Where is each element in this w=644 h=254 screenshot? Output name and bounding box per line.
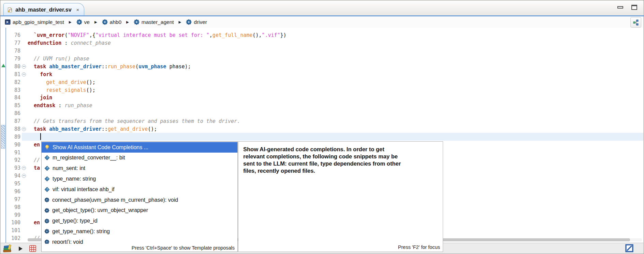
tab-bar: v ahb_master_driver.sv ×	[1, 1, 643, 16]
breadcrumb-item-driver[interactable]: driver	[186, 19, 207, 25]
library-icon[interactable]	[3, 244, 12, 253]
text-cursor	[40, 133, 41, 140]
breadcrumb-item-apb_gpio_simple_test[interactable]: apb_gpio_simple_test	[5, 19, 64, 25]
line-number: 86	[7, 110, 22, 116]
code-line[interactable]: 88 task ahb_master_driver::get_and_drive…	[1, 125, 643, 133]
code-line[interactable]: 83 reset_signals();	[1, 86, 643, 94]
line-number: 77	[7, 40, 22, 46]
grid-icon[interactable]	[29, 245, 36, 252]
completion-item-selected[interactable]: Show AI Assistant Code Completions ...	[42, 142, 237, 153]
completion-item[interactable]: get_object_type(): uvm_object_wrapper	[42, 205, 237, 216]
uvm-component-icon	[102, 19, 108, 25]
code-text: endtask : run_phase	[28, 102, 643, 109]
line-number: 97	[7, 196, 22, 202]
lightbulb-icon	[44, 144, 50, 150]
line-number: 99	[7, 212, 22, 218]
completion-item[interactable]: get_type(): type_id	[42, 216, 237, 226]
code-line[interactable]: 78	[1, 47, 643, 55]
line-number: 78	[7, 48, 22, 54]
line-number: 95	[7, 181, 22, 187]
code-text: join	[28, 95, 643, 101]
code-line[interactable]: 86	[1, 110, 643, 117]
completion-label: num_sent: int	[53, 165, 85, 171]
minimize-icon[interactable]	[617, 6, 623, 9]
field-icon	[44, 166, 50, 171]
completion-item[interactable]: num_sent: int	[42, 163, 237, 174]
project-icon	[5, 19, 11, 25]
fold-collapse-icon[interactable]	[22, 72, 26, 76]
completion-label: get_type_name(): string	[52, 228, 110, 235]
show-hierarchy-button[interactable]	[630, 17, 641, 28]
breadcrumb-item-ahb0[interactable]: ahb0	[102, 19, 121, 25]
completion-label: type_name: string	[53, 176, 96, 182]
code-completion-popup: Show AI Assistant Code Completions ... m…	[41, 141, 238, 252]
close-icon[interactable]: ×	[76, 7, 79, 13]
method-icon	[44, 208, 49, 213]
completion-item[interactable]: vif: virtual interface ahb_if	[42, 184, 237, 195]
code-line[interactable]: 79 // UVM run() phase	[1, 55, 643, 63]
editor-tab[interactable]: v ahb_master_driver.sv ×	[3, 3, 84, 16]
line-number: 94	[7, 173, 22, 179]
field-icon	[44, 155, 50, 160]
completion-footer: Press 'Ctrl+Space' to show Template prop…	[42, 244, 237, 252]
code-line[interactable]: 77endfunction : connect_phase	[1, 39, 643, 47]
breadcrumb-item-ve[interactable]: ve	[76, 19, 90, 25]
line-number: 85	[7, 102, 22, 109]
breadcrumb-label: apb_gpio_simple_test	[13, 19, 64, 25]
code-line[interactable]: 82 get_and_drive();	[1, 78, 643, 86]
restore-view-icon[interactable]	[625, 244, 634, 253]
completion-item[interactable]: m_registered_converter__: bit	[42, 153, 237, 163]
completion-label: get_object_type(): uvm_object_wrapper	[52, 207, 148, 213]
uvm-component-icon	[76, 19, 82, 25]
current-line-highlight	[22, 133, 643, 141]
breadcrumb-label: driver	[194, 19, 207, 25]
completion-footer-text: Press 'Ctrl+Space' to show Template prop…	[132, 245, 235, 251]
line-number: 76	[7, 32, 22, 38]
breadcrumb-label: ve	[84, 19, 90, 25]
line-number: 96	[7, 188, 22, 195]
line-number: 101	[7, 227, 22, 234]
fold-collapse-icon[interactable]	[22, 65, 26, 69]
fold-collapse-icon[interactable]	[22, 166, 26, 170]
breadcrumb-item-master_agent[interactable]: master_agent	[134, 19, 174, 25]
completion-label: vif: virtual interface ahb_if	[53, 186, 114, 193]
completion-label: Show AI Assistant Code Completions ...	[53, 144, 148, 151]
completion-info-tooltip: Show AI-generated code completions. In o…	[238, 141, 443, 252]
fold-collapse-icon[interactable]	[22, 174, 26, 178]
code-line[interactable]: 84 join	[1, 94, 643, 102]
completion-item[interactable]: get_type_name(): string	[42, 226, 237, 237]
breadcrumb-separator-icon: ▶	[126, 20, 129, 24]
completion-label: get_type(): type_id	[52, 218, 98, 224]
completion-item[interactable]: connect_phase(uvm_phase m_current_phase)…	[42, 195, 237, 205]
line-number: 91	[7, 150, 22, 156]
fold-collapse-icon[interactable]	[22, 127, 26, 131]
code-text: endfunction : connect_phase	[28, 40, 643, 46]
line-number: 93	[7, 165, 22, 171]
breadcrumb-separator-icon: ▶	[69, 20, 72, 24]
code-text: task ahb_master_driver::get_and_drive();	[28, 126, 643, 132]
line-number: 98	[7, 204, 22, 210]
maximize-icon[interactable]	[631, 5, 637, 10]
line-number: 84	[7, 95, 22, 101]
line-number: 89	[7, 134, 22, 140]
code-line[interactable]: 80 task ahb_master_driver::run_phase(uvm…	[1, 63, 643, 71]
uvm-component-icon	[186, 19, 192, 25]
breadcrumb-separator-icon: ▶	[94, 20, 97, 24]
code-text: task ahb_master_driver::run_phase(uvm_ph…	[28, 63, 643, 70]
code-line[interactable]: 87 // Gets transfers from the sequencer …	[1, 117, 643, 125]
line-number: 81	[7, 71, 22, 77]
completion-item[interactable]: type_name: string	[42, 174, 237, 184]
line-number: 82	[7, 79, 22, 85]
line-number: 79	[7, 56, 22, 62]
line-number: 83	[7, 87, 22, 93]
code-line[interactable]: 85 endtask : run_phase	[1, 102, 643, 110]
code-text: // UVM run() phase	[28, 56, 643, 62]
code-line[interactable]: 89	[1, 133, 643, 141]
field-icon	[44, 187, 50, 192]
field-icon	[44, 176, 50, 182]
code-line[interactable]: 76 `uvm_error("NOVIF",{"virtual interfac…	[1, 31, 643, 39]
run-icon[interactable]	[18, 246, 23, 251]
line-number: 87	[7, 118, 22, 124]
code-text: reset_signals();	[28, 87, 643, 93]
code-line[interactable]: 81 fork	[1, 70, 643, 78]
